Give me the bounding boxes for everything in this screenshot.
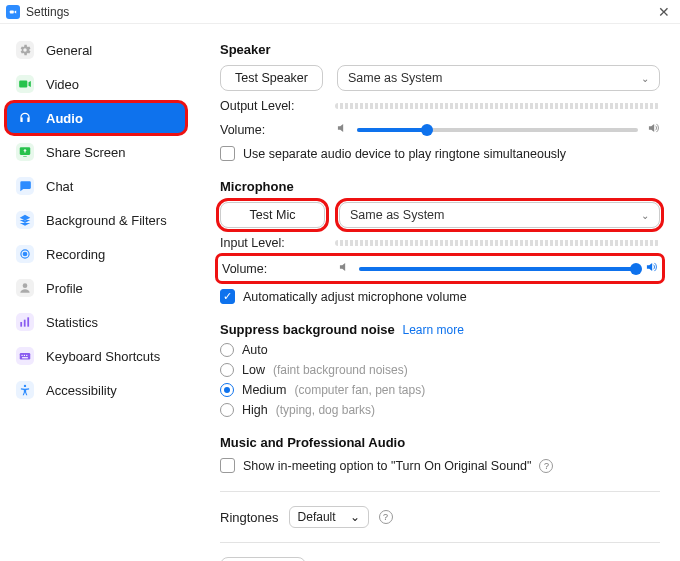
noise-option-hint: (typing, dog barks) [276,403,375,417]
auto-adjust-mic-checkbox[interactable] [220,289,235,304]
sidebar-item-label: Share Screen [46,145,126,160]
microphone-volume-label: Volume: [222,262,337,276]
sidebar-item-label: Keyboard Shortcuts [46,349,160,364]
ringtones-row: Ringtones Default ⌄ ? [220,506,660,528]
statistics-icon [16,313,34,331]
ringtones-value: Default [298,510,336,524]
chevron-down-icon: ⌄ [641,73,649,84]
sidebar-item-label: Background & Filters [46,213,167,228]
sidebar-item-audio[interactable]: Audio [6,102,186,134]
section-divider [220,491,660,492]
sidebar-item-general[interactable]: General [6,34,186,66]
speaker-device-select[interactable]: Same as System ⌄ [337,65,660,91]
microphone-heading: Microphone [220,179,660,194]
record-icon [16,245,34,263]
sidebar-item-label: Chat [46,179,73,194]
microphone-device-value: Same as System [350,208,444,222]
speaker-heading: Speaker [220,42,660,57]
test-speaker-button[interactable]: Test Speaker [220,65,323,91]
svg-rect-11 [26,355,27,356]
noise-radio-low[interactable] [220,363,234,377]
noise-section: Suppress background noise Learn more Aut… [220,322,660,417]
advanced-button[interactable]: Advanced [220,557,306,561]
music-heading: Music and Professional Audio [220,435,660,450]
help-icon[interactable]: ? [379,510,393,524]
volume-low-icon [337,260,351,277]
video-icon [16,75,34,93]
svg-rect-5 [20,322,22,327]
sidebar: General Video Audio Share Screen Chat [0,24,190,561]
chevron-down-icon: ⌄ [350,510,360,524]
sidebar-item-profile[interactable]: Profile [6,272,186,304]
noise-radio-medium[interactable] [220,383,234,397]
original-sound-label: Show in-meeting option to "Turn On Origi… [243,459,531,473]
noise-radio-auto[interactable] [220,343,234,357]
chat-icon [16,177,34,195]
speaker-volume-label: Volume: [220,123,335,137]
sidebar-item-label: General [46,43,92,58]
separate-audio-device-checkbox[interactable] [220,146,235,161]
help-icon[interactable]: ? [539,459,553,473]
headphones-icon [16,109,34,127]
noise-option-label: High [242,403,268,417]
sidebar-item-label: Recording [46,247,105,262]
sidebar-item-background-filters[interactable]: Background & Filters [6,204,186,236]
gear-icon [16,41,34,59]
noise-option-label: Low [242,363,265,377]
separate-audio-device-label: Use separate audio device to play ringto… [243,147,566,161]
sidebar-item-label: Audio [46,111,83,126]
svg-rect-9 [22,355,23,356]
sidebar-item-statistics[interactable]: Statistics [6,306,186,338]
svg-rect-0 [10,10,14,13]
volume-high-icon [644,260,658,277]
sidebar-item-label: Statistics [46,315,98,330]
main-panel: Speaker Test Speaker Same as System ⌄ Ou… [190,24,680,561]
volume-high-icon [646,121,660,138]
svg-point-4 [23,283,28,288]
sidebar-item-video[interactable]: Video [6,68,186,100]
sidebar-item-share-screen[interactable]: Share Screen [6,136,186,168]
svg-rect-8 [20,353,31,359]
share-screen-icon [16,143,34,161]
accessibility-icon [16,381,34,399]
input-level-label: Input Level: [220,236,335,250]
chevron-down-icon: ⌄ [641,210,649,221]
noise-option-hint: (faint background noises) [273,363,408,377]
ringtones-select[interactable]: Default ⌄ [289,506,369,528]
microphone-device-select[interactable]: Same as System ⌄ [339,202,660,228]
profile-icon [16,279,34,297]
noise-option-label: Medium [242,383,286,397]
learn-more-link[interactable]: Learn more [402,323,463,337]
test-mic-button[interactable]: Test Mic [220,202,325,228]
speaker-device-value: Same as System [348,71,442,85]
noise-radio-high[interactable] [220,403,234,417]
microphone-volume-slider[interactable] [359,267,636,271]
svg-point-13 [24,385,26,387]
original-sound-checkbox[interactable] [220,458,235,473]
microphone-section: Microphone Test Mic Same as System ⌄ Inp… [220,179,660,304]
svg-rect-10 [24,355,25,356]
sidebar-item-chat[interactable]: Chat [6,170,186,202]
noise-option-label: Auto [242,343,268,357]
sidebar-item-keyboard-shortcuts[interactable]: Keyboard Shortcuts [6,340,186,372]
layers-icon [16,211,34,229]
volume-low-icon [335,121,349,138]
svg-point-3 [23,252,27,256]
sidebar-item-label: Accessibility [46,383,117,398]
window-title: Settings [26,5,654,19]
speaker-volume-slider[interactable] [357,128,638,132]
svg-rect-12 [22,357,28,358]
music-section: Music and Professional Audio Show in-mee… [220,435,660,473]
output-level-label: Output Level: [220,99,335,113]
close-icon[interactable]: ✕ [654,4,674,20]
sidebar-item-label: Profile [46,281,83,296]
app-icon [6,5,20,19]
sidebar-item-label: Video [46,77,79,92]
input-level-meter [335,240,660,246]
sidebar-item-accessibility[interactable]: Accessibility [6,374,186,406]
ringtones-label: Ringtones [220,510,279,525]
sidebar-item-recording[interactable]: Recording [6,238,186,270]
auto-adjust-mic-label: Automatically adjust microphone volume [243,290,467,304]
titlebar: Settings ✕ [0,0,680,24]
noise-heading: Suppress background noise [220,322,395,337]
